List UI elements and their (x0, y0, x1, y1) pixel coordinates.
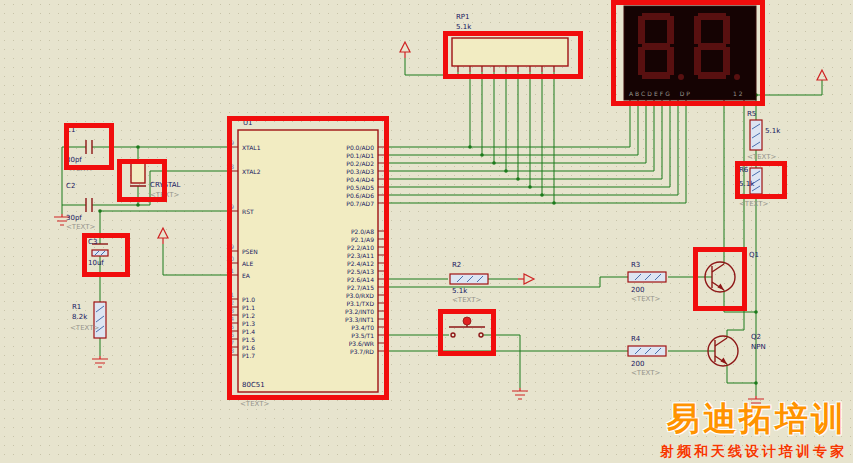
r5-text: <TEXT> (747, 153, 776, 161)
resistor-r1[interactable] (94, 302, 106, 338)
annotation-box-r6 (735, 161, 787, 199)
r2-ref: R2 (452, 261, 461, 269)
r3-text: <TEXT> (631, 295, 660, 303)
annotation-box-q1 (693, 247, 747, 311)
annotation-box-crystal (117, 159, 167, 202)
c2-text: <TEXT> (66, 223, 95, 231)
r1-value: 8.2k (72, 313, 87, 321)
annotation-box-c1 (64, 123, 114, 170)
q2-type: NPN (751, 343, 766, 351)
r5-value: 5.1k (765, 127, 780, 135)
rp1-value: 5.1k (456, 23, 471, 31)
r5-ref: R5 (747, 110, 756, 118)
u1-text: <TEXT> (240, 400, 269, 408)
annotation-box-rp1 (443, 31, 583, 79)
q1-ref: Q1 (749, 251, 759, 259)
resistor-r3[interactable] (628, 272, 666, 282)
r2-value: 5.1k (452, 287, 467, 295)
capacitor-c2[interactable] (86, 198, 92, 212)
c2-value: 30pf (66, 214, 82, 222)
r2-text: <TEXT> (452, 296, 481, 304)
resistor-r5[interactable] (750, 120, 762, 150)
rp1-ref: RP1 (456, 13, 470, 21)
r3-ref: R3 (631, 261, 640, 269)
r4-value: 200 (631, 360, 644, 368)
r4-text: <TEXT> (631, 369, 660, 377)
resistor-r2[interactable] (450, 274, 488, 284)
watermark-title: 易迪拓培训 (660, 397, 847, 442)
r1-ref: R1 (72, 303, 81, 311)
c2-ref: C2 (66, 182, 75, 190)
watermark-subtitle: 射频和天线设计培训专家 (660, 443, 847, 461)
annotation-box-c3 (82, 233, 130, 277)
schematic-sheet: U1 80C51 <TEXT> 19 18 9 29 30 31 1 2 3 4… (0, 0, 853, 463)
resistor-r4[interactable] (628, 346, 666, 356)
q2-ref: Q2 (751, 333, 761, 341)
r4-ref: R4 (631, 335, 640, 343)
r3-value: 200 (631, 286, 644, 294)
r6-text: <TEXT> (739, 200, 768, 208)
annotation-box-display (611, 0, 765, 106)
watermark: 易迪拓培训 射频和天线设计培训专家 (660, 397, 847, 461)
annotation-box-button (438, 309, 496, 356)
ground-symbol[interactable] (54, 214, 764, 407)
annotation-box-u1 (227, 116, 389, 400)
r1-text: <TEXT> (70, 324, 99, 332)
